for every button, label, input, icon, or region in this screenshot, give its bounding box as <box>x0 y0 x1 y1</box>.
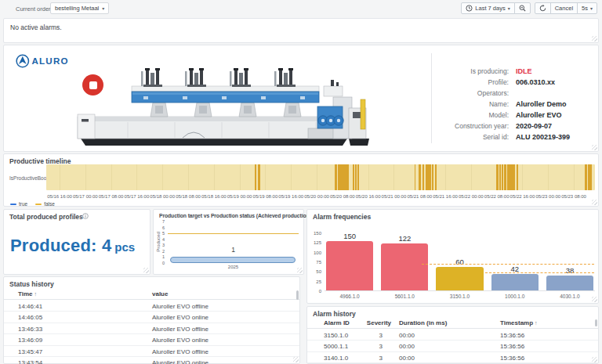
legend-color-dash <box>10 204 16 205</box>
y-tick-label: 125 <box>309 240 321 245</box>
aluro-logo: ALURO <box>15 52 79 70</box>
alarm-history-panel: Alarm history Alarm ID Severity Duration… <box>306 306 599 364</box>
legend-label: false <box>44 201 55 207</box>
timeline-tick-label: 05/20 00:00 <box>304 194 329 199</box>
bar-slot: 60 <box>434 232 484 290</box>
table-row: 13:46:09Aluroller EVO online <box>4 334 299 345</box>
y-tick-label: 2 <box>157 249 165 254</box>
timeline-tick-label: 05/17 16:00 <box>125 194 150 199</box>
target-line <box>168 233 299 234</box>
top-bar: Current order bestelling Metaal Last 7 d… <box>0 0 602 16</box>
timeline-state-stripe <box>496 164 499 190</box>
timeline-state-stripe <box>353 164 354 190</box>
timeline-gridline <box>291 164 292 190</box>
column-header-time[interactable]: Time <box>18 290 37 297</box>
cell-time: 13:46:09 <box>18 337 42 344</box>
machine-info-row: Profile:006.0310.xx <box>437 77 595 88</box>
timeline-gridline <box>317 164 317 190</box>
produced-value: Produced: 4 <box>10 236 111 255</box>
cell-timestamp: 15:36:56 <box>500 332 524 339</box>
alarm-frequency-bar[interactable] <box>491 274 539 290</box>
timeline-tick-label: 05/18 00:00 <box>150 194 175 199</box>
machine-info-value: 006.0310.xx <box>516 78 555 86</box>
column-header-value[interactable]: value <box>152 290 168 297</box>
timeline-state-stripe <box>415 164 416 190</box>
timeline-state-stripe <box>513 164 515 190</box>
production-target-panel: Production target vs Production status (… <box>153 209 304 275</box>
x-tick-label: 4966.1.0 <box>325 294 375 299</box>
x-axis-tick: 2025 <box>168 265 299 269</box>
table-header: Time value <box>4 289 299 300</box>
column-header-timestamp[interactable]: Timestamp <box>500 319 538 326</box>
machine-info-label: Operators: <box>437 89 509 97</box>
y-tick-label: 1 <box>157 254 165 259</box>
timeline-gridline <box>522 164 523 190</box>
table-row: 13:46:33Aluroller EVO offline <box>4 323 299 334</box>
table-row: 5000.1.1300:0015:36:56 <box>307 341 598 351</box>
timeline-tick-label: 05/21 00:00 <box>382 194 407 199</box>
timeline-state-stripe <box>255 164 256 190</box>
timeline-state-stripe <box>347 164 349 190</box>
timeline-gridline <box>265 164 266 190</box>
table-row: 14:46:05Aluroller EVO online <box>4 312 299 323</box>
timeline-gridline <box>574 164 575 190</box>
cell-value: Aluroller EVO online <box>152 314 209 321</box>
y-tick-label: 0 <box>309 289 321 294</box>
clock-icon <box>466 5 473 12</box>
y-tick-label: 0 <box>157 261 165 265</box>
machine-illustration <box>73 63 372 147</box>
state-timeline-bar[interactable] <box>46 164 595 190</box>
alarm-history-rows: 3150.1.0300:0015:36:565000.1.1300:0015:3… <box>307 330 598 364</box>
y-tick-label: 150 <box>309 231 321 236</box>
cell-severity: 3 <box>354 343 383 350</box>
current-order-value: bestelling Metaal <box>55 5 99 12</box>
production-bar[interactable] <box>170 257 296 263</box>
alarm-frequency-bar[interactable] <box>436 267 483 290</box>
timeline-tick-label: 05/19 16:00 <box>278 194 303 199</box>
status-history-rows: 14:46:41Aluroller EVO offline14:46:05Alu… <box>4 301 299 364</box>
time-range-button[interactable]: Last 7 days <box>461 2 514 14</box>
legend-item-true[interactable]: true <box>10 201 27 207</box>
machine-info-label: Construction year: <box>437 122 509 130</box>
cell-timestamp: 15:36:56 <box>500 343 524 350</box>
alarm-frequency-bar[interactable] <box>381 243 428 290</box>
timeline-state-stripe <box>422 164 425 190</box>
info-icon[interactable] <box>82 213 89 219</box>
cancel-button[interactable]: Cancel <box>550 2 578 14</box>
machine-info-row: Construction year:2020-09-07 <box>437 121 595 132</box>
table-row: 13:45:47Aluroller EVO offline <box>4 346 299 357</box>
current-order-label: Current order <box>16 5 51 13</box>
refresh-button[interactable] <box>535 2 551 14</box>
cell-alarm-id: 5000.1.1 <box>324 343 348 350</box>
current-order-dropdown[interactable]: bestelling Metaal <box>50 2 109 14</box>
machine-panel: ALURO <box>3 45 599 152</box>
cell-value: Aluroller EVO offline <box>152 348 209 355</box>
x-tick-label: 1000.1.0 <box>490 294 540 299</box>
machine-info-label: Model: <box>437 111 509 119</box>
column-header-duration[interactable]: Duration (in ms) <box>399 319 447 326</box>
bar-chart-plot: 150122604238 <box>325 232 595 291</box>
cell-time: 13:43:54 <box>18 359 42 364</box>
legend-item-false[interactable]: false <box>35 201 55 207</box>
timeline-tick-label: 05/18 08:00 <box>176 194 201 199</box>
zoom-out-button[interactable] <box>514 2 531 14</box>
timeline-gridline <box>471 164 472 190</box>
scrollbar[interactable] <box>296 290 299 300</box>
refresh-interval-dropdown[interactable]: 5s <box>577 2 597 14</box>
alarm-frequency-bar[interactable] <box>546 276 593 290</box>
panel-title: Status history <box>9 280 54 288</box>
machine-info-label: Serial id: <box>437 133 509 141</box>
alarm-frequency-bar[interactable] <box>326 241 373 290</box>
bar-slot: 42 <box>490 232 540 290</box>
column-header-severity[interactable]: Severity <box>354 319 391 326</box>
machine-stopped-icon <box>82 74 103 96</box>
column-header-alarm-id[interactable]: Alarm ID <box>324 319 350 326</box>
brand-text: ALURO <box>31 56 68 66</box>
table-row: 3150.1.0300:0015:36:56 <box>307 330 598 341</box>
timeline-tick-label: 05/18 16:00 <box>201 194 227 199</box>
table-header: Alarm ID Severity Duration (in ms) Times… <box>307 318 598 329</box>
scrollbar[interactable] <box>595 319 597 326</box>
x-tick-label: 5601.1.0 <box>379 294 430 299</box>
cell-duration: 00:00 <box>399 332 415 339</box>
timeline-gridline <box>85 164 86 190</box>
